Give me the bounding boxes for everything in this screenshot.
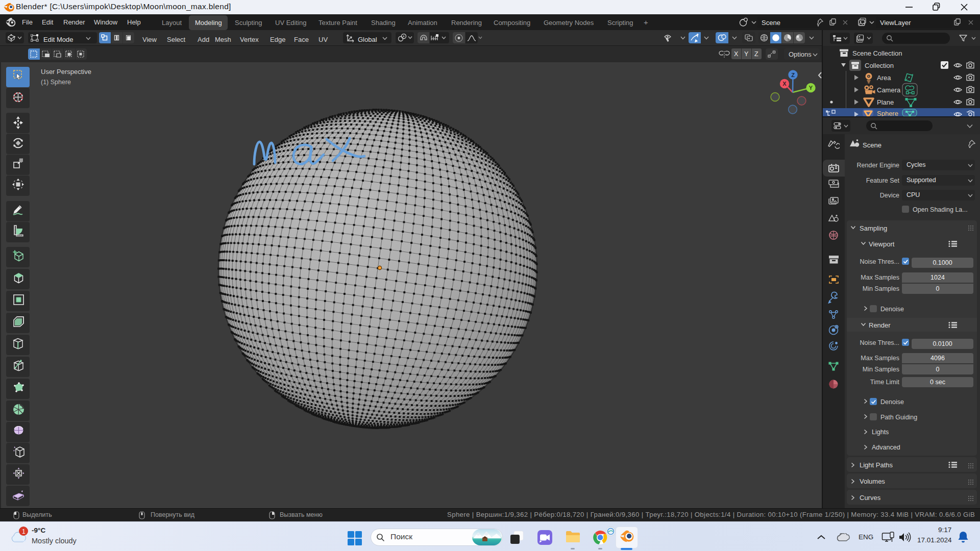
svg-text:Z: Z: [791, 72, 795, 78]
svg-text:Y: Y: [809, 85, 813, 91]
svg-text:Plane: Plane: [877, 98, 894, 106]
svg-text:X: X: [782, 81, 787, 87]
svg-text:Area: Area: [877, 74, 891, 82]
svg-text:Collection: Collection: [865, 62, 894, 69]
svg-text:Scene Collection: Scene Collection: [852, 49, 902, 57]
svg-text:Camera: Camera: [877, 86, 901, 94]
svg-text:Sphere: Sphere: [877, 110, 898, 116]
